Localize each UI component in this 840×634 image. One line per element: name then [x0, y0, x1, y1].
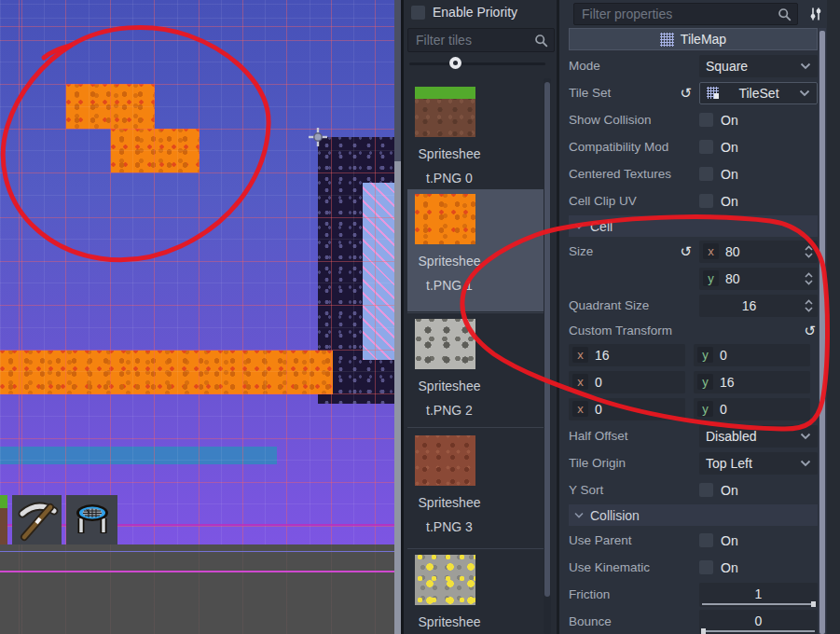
checkbox-label: On: [721, 140, 738, 155]
revert-icon[interactable]: ↺: [680, 86, 692, 100]
filter-properties-box: [573, 3, 798, 25]
slider-handle[interactable]: [811, 601, 816, 607]
chevron-down-icon: [800, 460, 811, 467]
tile-item-0[interactable]: Spritesheet.PNG 0: [407, 82, 546, 190]
matrix-y2-field[interactable]: y 0: [694, 398, 810, 420]
tile-item-1[interactable]: Spritesheet.PNG 1: [407, 189, 546, 311]
axis-x-badge: x: [572, 347, 588, 363]
axis-y-badge: y: [697, 374, 713, 390]
tileset-value: TileSet: [725, 86, 792, 101]
property-label: Quadrant Size: [569, 298, 699, 312]
enable-priority-label: Enable Priority: [433, 5, 517, 20]
property-label: Use Parent: [569, 533, 699, 547]
section-header-cell[interactable]: Cell: [569, 215, 818, 237]
tile-label: Spritesheet.PNG 0: [415, 142, 484, 190]
editor-bottom-area: [0, 544, 401, 634]
spinner-icon[interactable]: [804, 272, 814, 285]
property-label: Compatibility Mod: [569, 140, 699, 154]
enable-priority-checkbox[interactable]: [411, 6, 425, 20]
matrix-y1-field[interactable]: y 16: [694, 371, 810, 393]
transform-matrix-row-2: x 0 y 0: [569, 395, 818, 422]
tileset-dropdown[interactable]: TileSet: [699, 82, 818, 104]
tile-origin-value: Top Left: [706, 456, 800, 471]
tile-thumb-stone: [415, 319, 475, 369]
size-y-field[interactable]: y 80: [699, 268, 818, 290]
tile-label: Spritesheet.PNG 4: [415, 610, 484, 634]
half-offset-value: Disabled: [706, 429, 800, 444]
matrix-value: 16: [720, 375, 806, 390]
property-row-tile-origin: Tile Origin Top Left: [569, 449, 818, 476]
inspector-tools-button[interactable]: [803, 3, 829, 25]
filter-tiles-input[interactable]: [414, 32, 534, 48]
tile-thumb-grass-dirt: [415, 87, 475, 137]
tile-list-vscroll-track[interactable]: [544, 78, 551, 634]
size-x-value: 80: [725, 244, 797, 259]
tile-item-4[interactable]: Spritesheet.PNG 4: [407, 550, 546, 634]
centered-textures-checkbox[interactable]: [699, 167, 713, 181]
slider-handle[interactable]: [701, 628, 706, 634]
matrix-x0-field[interactable]: x 16: [569, 344, 685, 366]
spinner-icon[interactable]: [804, 245, 814, 258]
tile-zoom-slider[interactable]: [409, 57, 549, 70]
quadrant-size-field[interactable]: 16: [699, 295, 818, 317]
property-label: Use Kinematic: [569, 560, 699, 574]
use-kinematic-checkbox[interactable]: [699, 560, 713, 574]
slider-handle[interactable]: [449, 57, 461, 69]
transform-matrix-row-1: x 0 y 16: [569, 368, 818, 395]
tile-item-2[interactable]: Spritesheet.PNG 2: [407, 314, 546, 422]
matrix-x1-field[interactable]: x 0: [569, 371, 685, 393]
tile-origin-dropdown[interactable]: Top Left: [699, 452, 818, 475]
cell-clip-uv-checkbox[interactable]: [699, 194, 713, 208]
show-collision-checkbox[interactable]: [699, 113, 713, 127]
hotbar-slot-pickaxe[interactable]: [12, 495, 62, 544]
property-label: Show Collision: [569, 113, 699, 127]
object-header[interactable]: TileMap: [569, 28, 818, 50]
axis-x-badge: x: [572, 374, 588, 390]
filter-properties-input[interactable]: [580, 6, 778, 22]
half-offset-dropdown[interactable]: Disabled: [699, 425, 818, 448]
property-row-quadrant-size: Quadrant Size 16: [569, 292, 818, 319]
matrix-value: 0: [720, 402, 806, 417]
size-x-field[interactable]: x 80: [699, 241, 818, 263]
inspector-vscroll-handle[interactable]: [819, 31, 825, 634]
property-row-custom-transform: Custom Transform ↺: [569, 319, 818, 341]
scene-viewport[interactable]: [0, 0, 401, 634]
mode-dropdown[interactable]: Square: [699, 55, 818, 77]
property-label: Size: [569, 244, 680, 258]
property-row-half-offset: Half Offset Disabled: [569, 422, 818, 449]
matrix-value: 0: [595, 402, 682, 417]
friction-slider[interactable]: 1: [699, 583, 818, 607]
property-row-compatibility-mode: Compatibility Mod On: [569, 133, 818, 160]
property-row-cell-size-y: y 80: [569, 265, 818, 292]
matrix-x2-field[interactable]: x 0: [569, 398, 685, 420]
compatibility-mode-checkbox[interactable]: [699, 140, 713, 154]
revert-icon[interactable]: ↺: [680, 244, 692, 258]
bounce-slider[interactable]: 0: [699, 610, 818, 634]
tile-list: Spritesheet.PNG 0 Spritesheet.PNG 1 Spri…: [404, 75, 557, 634]
section-header-collision[interactable]: Collision: [569, 504, 818, 526]
use-parent-checkbox[interactable]: [699, 533, 713, 547]
sliders-icon: [808, 7, 823, 21]
placed-lava-tile-block-bottom: [111, 129, 200, 172]
revert-icon[interactable]: ↺: [804, 324, 816, 338]
inspector-vscroll-track[interactable]: [819, 28, 826, 634]
y-sort-checkbox[interactable]: [699, 483, 713, 497]
property-row-use-kinematic: Use Kinematic On: [569, 554, 818, 581]
viewport-vscroll-handle[interactable]: [394, 161, 401, 634]
hotbar-slot-trampoline[interactable]: [66, 495, 117, 544]
spinner-icon[interactable]: [804, 299, 814, 312]
property-row-centered-textures: Centered Textures On: [569, 160, 818, 187]
hotbar-slot-grass-block[interactable]: [0, 495, 7, 544]
slider-track: [702, 603, 815, 605]
matrix-value: 0: [595, 375, 682, 390]
property-row-cell-size: Size ↺ x 80: [569, 238, 818, 265]
tile-list-vscroll-handle[interactable]: [544, 82, 550, 597]
tilemap-icon: [660, 33, 674, 47]
list-divider: [407, 427, 546, 428]
godot-editor: Enable Priority Spritesheet.PNG 0 Sprite…: [0, 0, 840, 634]
tile-item-3[interactable]: Spritesheet.PNG 3: [407, 431, 546, 539]
list-divider: [407, 312, 546, 313]
matrix-y0-field[interactable]: y 0: [694, 344, 810, 366]
slider-track: [409, 62, 545, 65]
chevron-down-icon: [800, 433, 811, 440]
